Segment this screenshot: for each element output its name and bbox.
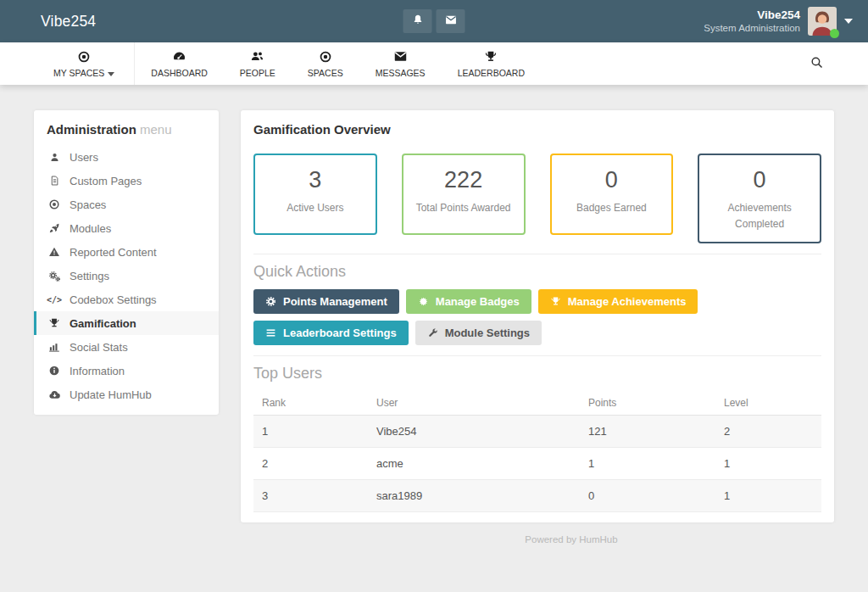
sidebar-item-label: Custom Pages — [70, 175, 142, 187]
caret-down-icon — [844, 19, 853, 24]
dashboard-icon — [172, 49, 186, 64]
quick-actions-row: Points Management Manage Badges Manage A… — [253, 289, 821, 345]
top-users-title: Top Users — [253, 365, 821, 383]
user-icon — [47, 152, 62, 163]
top-users-table: Rank User Points Level 1 Vibe254 121 2 2… — [253, 391, 821, 512]
stats-row: 3 Active Users 222 Total Points Awarded … — [253, 154, 821, 243]
cell-user: acme — [368, 448, 580, 480]
gears-icon — [47, 270, 62, 282]
sidebar-item-custom-pages[interactable]: Custom Pages — [34, 169, 219, 193]
sidebar-item-update-humhub[interactable]: Update HumHub — [34, 383, 219, 406]
table-row: 3 sara1989 0 1 — [253, 480, 821, 512]
cell-level: 2 — [715, 416, 821, 448]
cell-level: 1 — [715, 480, 821, 512]
trophy-icon — [484, 49, 498, 64]
sidebar-item-gamification[interactable]: Gamification — [34, 311, 219, 335]
bar-chart-icon — [47, 341, 62, 353]
dot-circle-icon — [319, 49, 332, 64]
messages-button[interactable] — [437, 9, 465, 33]
cloud-download-icon — [47, 388, 62, 401]
notifications-button[interactable] — [403, 9, 432, 33]
manage-badges-button[interactable]: Manage Badges — [406, 289, 531, 314]
sidebar-item-spaces[interactable]: Spaces — [34, 193, 219, 216]
main-nav: MY SPACES DASHBOARD PEOPLE SPACES MESSAG… — [0, 42, 868, 85]
nav-label: PEOPLE — [240, 68, 275, 78]
search-icon — [810, 55, 824, 72]
user-account-menu[interactable]: Vibe254 System Administration — [704, 7, 853, 36]
module-settings-button[interactable]: Module Settings — [415, 321, 542, 345]
nav-item-my-spaces[interactable]: MY SPACES — [34, 42, 135, 85]
nav-item-leaderboard[interactable]: LEADERBOARD — [442, 42, 541, 85]
quick-actions-title: Quick Actions — [253, 263, 821, 281]
cell-points: 0 — [580, 480, 715, 512]
online-status-dot — [830, 29, 839, 38]
stat-card-achievements-completed: 0 Achievements Completed — [698, 154, 821, 243]
stat-card-badges-earned: 0 Badges Earned — [550, 154, 674, 235]
sidebar-item-label: Spaces — [70, 198, 106, 211]
avatar[interactable] — [808, 7, 837, 36]
divider — [253, 254, 821, 254]
column-header-points: Points — [580, 391, 715, 416]
sidebar-item-label: Social Stats — [70, 341, 128, 354]
nav-item-dashboard[interactable]: DASHBOARD — [135, 42, 224, 85]
cell-user: Vibe254 — [368, 416, 580, 448]
button-label: Module Settings — [445, 327, 530, 339]
nav-label: SPACES — [308, 68, 343, 78]
sidebar-item-social-stats[interactable]: Social Stats — [34, 335, 219, 359]
user-name: Vibe254 — [704, 8, 800, 23]
sidebar-item-information[interactable]: Information — [34, 359, 219, 383]
top-bar: Vibe254 Vibe254 System Administration — [0, 0, 868, 42]
stat-value: 0 — [557, 167, 667, 193]
cell-points: 1 — [580, 448, 715, 480]
sidebar-title: Administration menu — [34, 122, 219, 145]
powered-by-footer: Powered by HumHub — [275, 522, 868, 556]
sidebar-item-settings[interactable]: Settings — [34, 264, 219, 288]
sidebar-title-suffix: menu — [140, 122, 172, 137]
dot-circle-icon — [77, 49, 91, 64]
divider — [253, 355, 821, 356]
stat-label: Badges Earned — [557, 200, 667, 216]
code-icon: </> — [47, 295, 62, 304]
leaderboard-settings-button[interactable]: Leaderboard Settings — [253, 321, 409, 345]
points-management-button[interactable]: Points Management — [253, 289, 399, 314]
nav-item-messages[interactable]: MESSAGES — [359, 42, 442, 85]
rocket-icon — [47, 222, 62, 234]
people-icon — [250, 49, 264, 64]
search-button[interactable] — [810, 55, 824, 72]
table-header-row: Rank User Points Level — [253, 391, 821, 416]
table-row: 1 Vibe254 121 2 — [253, 416, 821, 448]
bell-icon — [411, 14, 424, 29]
sidebar-item-codebox-settings[interactable]: </> Codebox Settings — [34, 288, 219, 311]
column-header-user: User — [368, 391, 580, 416]
cell-level: 1 — [715, 448, 821, 480]
sidebar-item-users[interactable]: Users — [34, 145, 219, 169]
manage-achievements-button[interactable]: Manage Achievements — [538, 289, 698, 314]
stat-value: 0 — [704, 167, 815, 193]
wrench-icon — [427, 327, 438, 338]
button-label: Manage Achievements — [568, 295, 687, 308]
sidebar-item-label: Settings — [70, 270, 109, 282]
sidebar-title-text: Administration — [47, 122, 136, 137]
nav-item-spaces[interactable]: SPACES — [292, 42, 359, 85]
nav-label: MESSAGES — [376, 68, 426, 78]
brand-logo[interactable]: Vibe254 — [41, 13, 96, 31]
trophy-icon — [47, 317, 62, 329]
trophy-icon — [550, 296, 561, 307]
envelope-icon — [444, 14, 457, 29]
sidebar-item-modules[interactable]: Modules — [34, 216, 219, 240]
nav-label: DASHBOARD — [151, 68, 208, 78]
dot-circle-icon — [47, 198, 62, 210]
stat-label: Achievements Completed — [704, 200, 815, 232]
stat-card-active-users: 3 Active Users — [253, 154, 377, 235]
sidebar-item-reported-content[interactable]: Reported Content — [34, 240, 219, 264]
badge-icon — [418, 296, 429, 307]
list-icon — [265, 327, 276, 338]
nav-item-people[interactable]: PEOPLE — [224, 42, 292, 85]
caret-down-icon — [108, 68, 114, 78]
sidebar-item-label: Update HumHub — [70, 388, 152, 401]
stat-label: Active Users — [260, 200, 370, 216]
content-area: Administration menu Users Custom Pages S… — [0, 85, 868, 522]
topbar-notification-group — [403, 9, 465, 33]
gear-icon — [265, 296, 276, 307]
button-label: Manage Badges — [436, 295, 520, 308]
